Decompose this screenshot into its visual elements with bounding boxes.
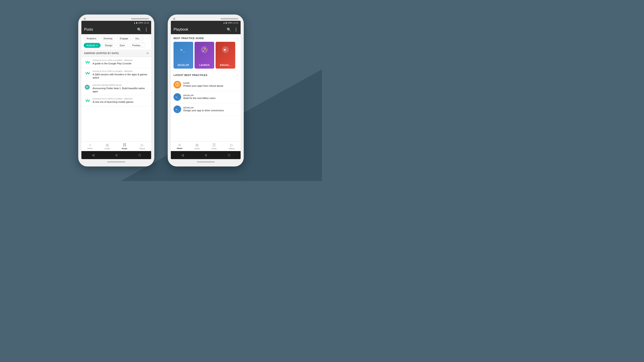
phone-2-title: Playbook bbox=[174, 27, 188, 31]
practice-title-2: Build for the next billion users bbox=[183, 96, 238, 100]
practice-title-3: Design your app to drive conversions bbox=[183, 109, 238, 112]
nav-videos-2[interactable]: ▷ Videos bbox=[228, 143, 234, 150]
post-source-2: GOOGLE PLAY APPS & GAMES - MEDIUM bbox=[92, 70, 148, 72]
posts-icon: ☷ bbox=[123, 143, 126, 147]
guide-cards: >_ DEVELOP 🚀 LAUNCH bbox=[171, 42, 240, 71]
posts-icon-2: ☷ bbox=[212, 143, 216, 147]
chip-firebase[interactable]: Firebas... bbox=[129, 43, 145, 48]
post-item-3[interactable]: GOOGLE DEVELOPERS BLOG Announcing Flutte… bbox=[82, 82, 151, 96]
guide-card-launch-label: LAUNCH bbox=[199, 64, 209, 66]
phone-1-bottom-nav: ⌂ Home ◎ Guide ☷ Posts ▷ Videos bbox=[82, 141, 151, 151]
wifi-icon-2: ▲ bbox=[223, 22, 225, 24]
recent-button[interactable]: □ bbox=[139, 153, 141, 157]
signal-icon: ▮ bbox=[136, 22, 137, 24]
guide-card-engage[interactable]: ♥ ENGAG... bbox=[216, 42, 235, 69]
post-item-4[interactable]: GOOGLE PLAY APPS & GAMES - MEDIUM A new … bbox=[82, 95, 151, 106]
nav-posts-label: Posts bbox=[122, 147, 128, 150]
chip-earn[interactable]: Earn bbox=[117, 43, 128, 48]
practice-category-2: DEVELOP bbox=[183, 94, 238, 96]
latest-practices-chevron[interactable]: › bbox=[237, 73, 238, 77]
phone-1-android-nav: ◁ ○ □ bbox=[82, 151, 151, 159]
back-button[interactable]: ◁ bbox=[92, 153, 94, 157]
phone-1-camera bbox=[84, 18, 86, 20]
practice-content-3: DEVELOP Design your app to drive convers… bbox=[183, 107, 238, 112]
practice-item-1[interactable]: EARN Protect your apps from refund abuse bbox=[171, 79, 240, 91]
videos-icon: ▷ bbox=[141, 143, 144, 147]
svg-text:>_: >_ bbox=[176, 95, 179, 99]
best-practice-section-header: BEST PRACTICE GUIDE › bbox=[171, 34, 240, 42]
develop-icon-2: >_ bbox=[174, 105, 181, 113]
nav-home-2[interactable]: ⌂ Home bbox=[177, 143, 182, 150]
practice-item-3[interactable]: >_ DEVELOP Design your app to drive conv… bbox=[171, 103, 240, 115]
recent-button-2[interactable]: □ bbox=[228, 153, 230, 157]
nav-guide-2[interactable]: ◎ Guide bbox=[194, 143, 200, 150]
chip-engage[interactable]: Engage bbox=[117, 36, 131, 41]
develop-card-icon: >_ bbox=[180, 46, 187, 55]
guide-card-launch[interactable]: 🚀 LAUNCH bbox=[194, 42, 214, 69]
earn-icon bbox=[174, 81, 181, 88]
post-source-3: GOOGLE DEVELOPERS BLOG bbox=[92, 84, 148, 86]
post-content-4: GOOGLE PLAY APPS & GAMES - MEDIUM A new … bbox=[92, 98, 148, 103]
home-button-2[interactable]: ○ bbox=[205, 153, 207, 158]
phone-2-camera bbox=[173, 18, 175, 20]
svg-rect-4 bbox=[86, 86, 88, 87]
phone-2-status-icons: ▲ ▮ 100% 11:12 bbox=[223, 22, 238, 24]
practice-category-1: EARN bbox=[183, 82, 238, 84]
phone-1-bottom-bar bbox=[82, 159, 151, 163]
phone-2-status-bar: ▲ ▮ 100% 11:12 bbox=[171, 21, 240, 25]
post-content-3: GOOGLE DEVELOPERS BLOG Announcing Flutte… bbox=[92, 84, 148, 93]
guide-icon-2: ◎ bbox=[196, 143, 198, 147]
post-title-4: A new era of launching mobile games bbox=[92, 100, 148, 103]
chip-ga[interactable]: Ga... bbox=[132, 36, 144, 41]
develop-icon-1: >_ bbox=[174, 93, 181, 101]
svg-point-3 bbox=[85, 85, 90, 90]
practice-title-1: Protect your apps from refund abuse bbox=[183, 84, 238, 87]
battery-text-2: 100% bbox=[228, 22, 232, 24]
phone-1-status-bar: ▲ ▮ 100% 11:13 bbox=[82, 21, 151, 25]
home-icon: ⌂ bbox=[89, 143, 91, 147]
chip-design[interactable]: Design bbox=[102, 43, 116, 48]
chip-analytics[interactable]: Analytics bbox=[84, 36, 99, 41]
home-icon-2: ⌂ bbox=[178, 143, 181, 147]
practices-list: EARN Protect your apps from refund abuse… bbox=[171, 79, 240, 141]
post-content-1: GOOGLE PLAY APPS & GAMES - MEDIUM A guid… bbox=[92, 59, 148, 65]
nav-posts[interactable]: ☷ Posts bbox=[122, 143, 128, 150]
nav-videos[interactable]: ▷ Videos bbox=[139, 143, 145, 150]
home-button[interactable]: ○ bbox=[116, 153, 118, 158]
practice-content-1: EARN Protect your apps from refund abuse bbox=[183, 82, 238, 87]
sort-icon[interactable]: ≡ bbox=[147, 51, 148, 55]
post-item-2[interactable]: GOOGLE PLAY APPS & GAMES - MEDIUM A Q&A … bbox=[82, 68, 151, 82]
phone-1-title: Posts bbox=[84, 27, 93, 31]
post-item-1[interactable]: GOOGLE PLAY APPS & GAMES - MEDIUM A guid… bbox=[82, 57, 151, 68]
post-title-1: A guide to the Google Play Console bbox=[92, 62, 148, 65]
search-icon[interactable]: 🔍 bbox=[137, 27, 142, 32]
phone-1-speaker bbox=[131, 18, 149, 19]
search-icon-2[interactable]: 🔍 bbox=[227, 27, 231, 32]
phone-2-app-bar-icons: 🔍 ⋮ bbox=[227, 27, 238, 32]
svg-text:>_: >_ bbox=[180, 47, 185, 52]
phone-1: ▲ ▮ 100% 11:13 Posts 🔍 ⋮ Analytics Devel… bbox=[78, 14, 154, 166]
guide-card-develop[interactable]: >_ DEVELOP bbox=[174, 42, 193, 69]
nav-guide[interactable]: ◎ Guide bbox=[105, 143, 110, 150]
practice-item-2[interactable]: >_ DEVELOP Build for the next billion us… bbox=[171, 91, 240, 103]
best-practice-section-title: BEST PRACTICE GUIDE bbox=[174, 37, 204, 39]
nav-guide-label: Guide bbox=[105, 147, 110, 150]
post-logo-2 bbox=[84, 70, 90, 76]
guide-card-engage-label: ENGAG... bbox=[220, 64, 231, 66]
back-button-2[interactable]: ◁ bbox=[181, 153, 184, 157]
phone-2-top-bar bbox=[171, 18, 240, 20]
nav-posts-2[interactable]: ☷ Posts bbox=[212, 143, 217, 150]
best-practice-chevron[interactable]: › bbox=[237, 36, 238, 40]
chip-android-active[interactable]: Android ✕ bbox=[84, 43, 100, 48]
section-header: ANDROID (SORTED BY DATE) ≡ bbox=[82, 50, 151, 57]
guide-card-develop-label: DEVELOP bbox=[178, 64, 189, 66]
more-options-icon[interactable]: ⋮ bbox=[144, 27, 148, 32]
phone-2-screen: ▲ ▮ 100% 11:12 Playbook 🔍 ⋮ BEST PRACTIC… bbox=[171, 21, 240, 159]
nav-home[interactable]: ⌂ Home bbox=[88, 143, 93, 150]
phone-2-app-bar: Playbook 🔍 ⋮ bbox=[171, 25, 240, 34]
phone-2-home-indicator bbox=[197, 161, 215, 162]
chip-android-close[interactable]: ✕ bbox=[96, 44, 98, 47]
chip-develop[interactable]: Develop bbox=[100, 36, 116, 41]
nav-videos-label-2: Videos bbox=[228, 147, 234, 150]
more-options-icon-2[interactable]: ⋮ bbox=[234, 27, 238, 32]
